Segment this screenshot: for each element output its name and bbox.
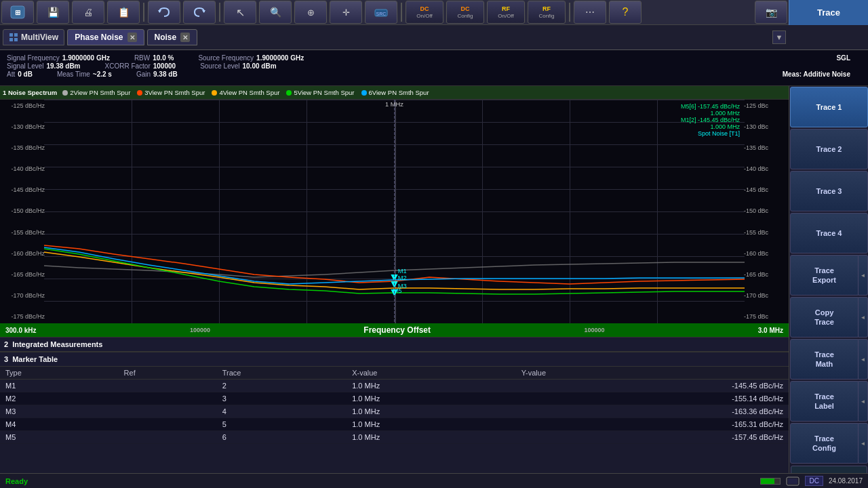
main-content: 1 Noise Spectrum 2View PN Smth Spur 3Vie… xyxy=(0,86,868,488)
cell-2-2: 4 xyxy=(217,405,347,418)
cell-4-2: 6 xyxy=(217,431,347,444)
multiview-tab[interactable]: MultiView xyxy=(3,29,64,45)
cell-4-0: M5 xyxy=(0,431,119,444)
svg-text:SRC: SRC xyxy=(376,12,387,16)
copy-trace-button[interactable]: CopyTrace xyxy=(790,297,859,338)
phase-noise-tab-label: Phase Noise xyxy=(75,33,123,42)
marker-button[interactable]: ✛ xyxy=(330,1,362,24)
source-freq-item: Source Frequency 1.9000000 GHz xyxy=(198,54,304,62)
sgl-item: SGL xyxy=(836,54,850,62)
table-row: M451.0 MHz-165.31 dBc/Hz xyxy=(0,418,789,431)
chart-title: 1 Noise Spectrum xyxy=(3,89,57,96)
xcorr-value: 100000 xyxy=(153,62,176,70)
cell-1-4: -155.14 dBc/Hz xyxy=(516,392,789,405)
rf-config-button[interactable]: RF Config xyxy=(528,1,566,24)
measure-button[interactable]: ⊕ xyxy=(294,1,327,24)
print-button[interactable]: 🖨 xyxy=(72,1,104,24)
rf-on-off-button[interactable]: RF On/Off xyxy=(487,1,525,24)
marker-table-header[interactable]: 3 Marker Table xyxy=(0,352,789,367)
cell-1-3: 1.0 MHz xyxy=(347,392,516,405)
y-label-9: -170 dBc/Hz xyxy=(0,293,47,299)
y-label-r-2: -135 dBc xyxy=(741,145,789,151)
dc-on-off-button[interactable]: DC On/Off xyxy=(406,1,443,24)
xcorr-item: XCORR Factor 100000 xyxy=(105,62,176,70)
y-label-r-3: -140 dBc xyxy=(741,166,789,172)
trace-export-button[interactable]: TraceExport xyxy=(790,255,859,296)
phase-noise-tab-close[interactable]: ✕ xyxy=(127,33,137,42)
help-button[interactable]: ? xyxy=(609,1,642,24)
att-item: Att 0 dB xyxy=(7,70,33,78)
y-label-4: -145 dBc/Hz xyxy=(0,187,47,193)
table-row: M561.0 MHz-157.45 dBc/Hz xyxy=(0,431,789,444)
meas-time-item: Meas Time ~2.2 s xyxy=(57,70,112,78)
integrated-num: 2 xyxy=(4,340,8,348)
y-label-r-10: -175 dBc xyxy=(741,314,789,320)
legend-dot-3view xyxy=(137,90,142,96)
redo-button[interactable] xyxy=(183,1,216,24)
trace-math-expand[interactable]: ◄ xyxy=(859,339,868,380)
svg-text:1 MHz: 1 MHz xyxy=(385,101,403,108)
legend-dot-2view xyxy=(62,90,68,96)
y-label-1: -130 dBc/Hz xyxy=(0,124,47,130)
legend-label-3view: 3View PN Smth Spur xyxy=(144,89,205,96)
signal-level-item: Signal Level 19.38 dBm xyxy=(7,62,81,70)
trace2-button[interactable]: Trace 2 xyxy=(790,129,868,169)
noise-tab-close[interactable]: ✕ xyxy=(180,33,190,42)
legend-dot-6view xyxy=(361,90,367,96)
help-marker-button[interactable]: ⋯ xyxy=(574,1,606,24)
integrated-title: Integrated Measurements xyxy=(12,340,102,348)
meas-time-value: ~2.2 s xyxy=(93,70,112,78)
right-sidebar: Trace 1 Trace 2 Trace 3 Trace 4 TraceExp… xyxy=(789,86,868,488)
copy-trace-expand[interactable]: ◄ xyxy=(859,297,868,338)
screenshot-button[interactable]: 📷 xyxy=(755,1,787,24)
phase-noise-tab[interactable]: Phase Noise ✕ xyxy=(67,29,144,45)
battery-bar xyxy=(760,478,781,485)
y-label-3: -140 dBc/Hz xyxy=(0,166,47,172)
col-ref: Ref xyxy=(119,367,217,380)
signal-button[interactable]: SRC xyxy=(365,1,397,24)
monitor-icon xyxy=(786,476,800,486)
dc-badge: DC xyxy=(805,476,823,486)
y-label-8: -165 dBc/Hz xyxy=(0,272,47,278)
trace-label-button[interactable]: TraceLabel xyxy=(790,381,859,422)
trace4-button[interactable]: Trace 4 xyxy=(790,213,868,253)
col-yvalue: Y-value xyxy=(516,367,789,380)
dc-config-button[interactable]: DC Config xyxy=(446,1,484,24)
start-button[interactable]: ⊞ xyxy=(1,1,34,24)
trace1-button[interactable]: Trace 1 xyxy=(790,87,868,127)
trace-label-group: TraceLabel ◄ xyxy=(790,381,868,422)
legend-label-4view: 4View PN Smth Spur xyxy=(219,89,279,96)
trace-config-expand[interactable]: ◄ xyxy=(859,423,868,464)
tab-dropdown[interactable]: ▼ xyxy=(772,30,786,44)
y-label-r-1: -130 dBc xyxy=(741,124,789,130)
trace-math-button[interactable]: TraceMath xyxy=(790,339,859,380)
legend-5view: 5View PN Smth Spur xyxy=(286,89,354,96)
freq-x-label-2: 100000 xyxy=(584,327,604,333)
table-row: M231.0 MHz-155.14 dBc/Hz xyxy=(0,392,789,405)
trace-math-group: TraceMath ◄ xyxy=(790,339,868,380)
rbw-label: RBW xyxy=(134,54,150,62)
undo-button[interactable] xyxy=(148,1,180,24)
zoom-button[interactable]: 🔍 xyxy=(259,1,292,24)
sidebar-title: Trace xyxy=(817,7,840,18)
chart-main[interactable]: -125 dBc/Hz -130 dBc/Hz -135 dBc/Hz -140… xyxy=(0,100,789,323)
source-level-label: Source Level xyxy=(200,62,239,70)
trace-config-button[interactable]: TraceConfig xyxy=(790,423,859,464)
col-xvalue: X-value xyxy=(347,367,516,380)
noise-tab[interactable]: Noise ✕ xyxy=(147,29,198,45)
copy-button[interactable]: 📋 xyxy=(107,1,140,24)
y-label-r-5: -150 dBc xyxy=(741,208,789,214)
save-button[interactable]: 💾 xyxy=(37,1,69,24)
signal-freq-item: Signal Frequency 1.9000000 GHz xyxy=(7,54,110,62)
legend-3view: 3View PN Smth Spur xyxy=(137,89,205,96)
integrated-header[interactable]: 2 Integrated Measurements xyxy=(0,337,789,352)
y-label-r-8: -165 dBc xyxy=(741,272,789,278)
cell-3-2: 5 xyxy=(217,418,347,431)
trace-label-expand[interactable]: ◄ xyxy=(859,381,868,422)
y-labels-right: -125 dBc -130 dBc -135 dBc -140 dBc -145… xyxy=(741,100,789,323)
trace-export-expand[interactable]: ◄ xyxy=(859,255,868,296)
trace3-button[interactable]: Trace 3 xyxy=(790,171,868,211)
pointer-button[interactable]: ↖ xyxy=(224,1,256,24)
legend-6view: 6View PN Smth Spur xyxy=(361,89,429,96)
table-row: M121.0 MHz-145.45 dBc/Hz xyxy=(0,380,789,392)
